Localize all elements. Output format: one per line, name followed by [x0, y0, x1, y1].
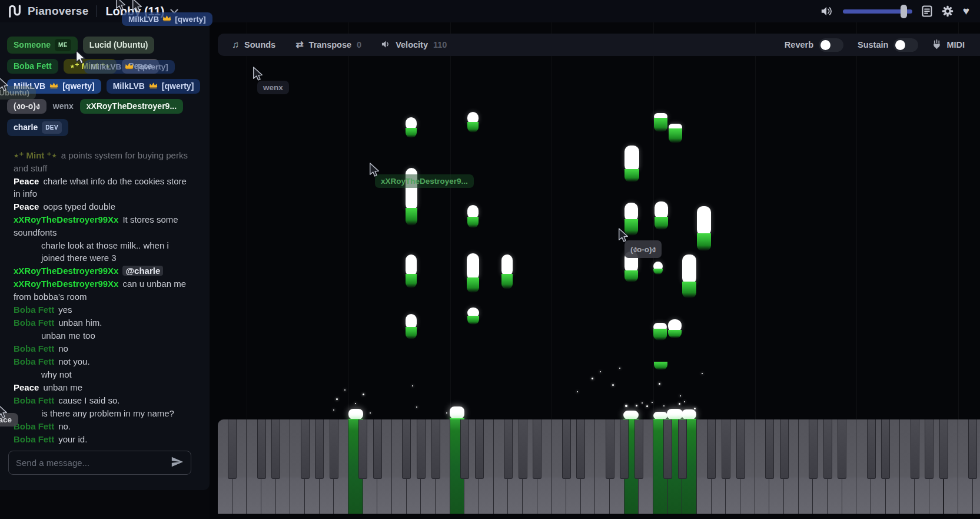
black-key[interactable]	[634, 419, 643, 479]
black-key[interactable]	[330, 419, 338, 479]
black-key[interactable]	[765, 419, 774, 479]
chat-mention[interactable]: @charle	[122, 266, 163, 276]
send-icon[interactable]	[171, 455, 184, 471]
heart-icon[interactable]: ♥	[963, 5, 969, 18]
note-head	[682, 254, 696, 284]
black-key[interactable]	[373, 419, 382, 479]
chat-username[interactable]: Boba Fett	[14, 434, 54, 444]
black-key[interactable]	[663, 419, 672, 479]
sparkle-particle	[333, 409, 334, 411]
black-key[interactable]	[939, 419, 948, 479]
note-tail	[467, 277, 479, 293]
black-key[interactable]	[780, 419, 789, 479]
black-key[interactable]	[417, 419, 426, 479]
sparkle-particle	[679, 403, 680, 405]
volume-slider-thumb[interactable]	[901, 5, 907, 18]
black-key[interactable]	[678, 419, 687, 479]
note-tail	[697, 233, 711, 251]
black-key[interactable]	[431, 419, 440, 479]
black-key[interactable]	[358, 419, 367, 479]
player-cursor	[253, 67, 263, 84]
black-key[interactable]	[562, 419, 571, 479]
chat-username[interactable]: Peace	[14, 382, 39, 392]
app-logo: Pianoverse	[8, 4, 88, 18]
user-item[interactable]: Lucid (Ubuntu)	[83, 37, 155, 54]
falling-note	[654, 362, 667, 370]
black-key[interactable]	[519, 419, 527, 479]
chat-username[interactable]: Peace	[14, 201, 39, 211]
chat-message: Peaceoops typed double	[14, 200, 194, 213]
user-item[interactable]: Boba Fett	[7, 59, 58, 74]
chat-username[interactable]: ⋆⁺ Mint ⁺⋆	[14, 150, 57, 160]
user-item[interactable]: (งo-o)ง	[7, 99, 46, 114]
chat-username[interactable]: Boba Fett	[14, 421, 54, 431]
user-name: MilkLVB	[113, 81, 145, 91]
black-key[interactable]	[968, 419, 977, 479]
black-key[interactable]	[606, 419, 614, 479]
black-key[interactable]	[576, 419, 585, 479]
chat-message: ⋆⁺ Mint ⁺⋆a points system for buying per…	[14, 149, 194, 174]
player-cursor	[0, 77, 9, 94]
velocity-button[interactable]: Velocity 110	[381, 40, 447, 50]
user-item[interactable]: MilkLVB[qwerty]	[107, 79, 201, 94]
black-key[interactable]	[620, 419, 629, 479]
octave-gridline	[552, 22, 552, 419]
falling-note	[654, 113, 667, 132]
black-key[interactable]	[823, 419, 832, 479]
black-key[interactable]	[809, 419, 818, 479]
black-key[interactable]	[271, 419, 280, 479]
volume-slider[interactable]	[843, 9, 912, 14]
sounds-button[interactable]: ♫ Sounds	[232, 40, 275, 49]
chat-text: no.	[58, 421, 71, 431]
black-key[interactable]	[838, 419, 846, 479]
user-name-suffix: [qwerty]	[62, 81, 94, 91]
speaker-icon[interactable]	[820, 5, 833, 17]
black-key[interactable]	[881, 419, 890, 479]
user-item[interactable]: xXRoyTheDestroyer9...	[80, 99, 183, 114]
gear-icon[interactable]	[942, 5, 954, 17]
user-item[interactable]: wenx	[52, 99, 75, 114]
note-impact	[348, 409, 363, 419]
black-key[interactable]	[925, 419, 934, 479]
sustain-toggle[interactable]	[893, 38, 918, 52]
chat-username[interactable]: Boba Fett	[14, 305, 54, 315]
chat-username[interactable]: xXRoyTheDestroyer99Xx	[14, 279, 118, 289]
chat-username[interactable]: Boba Fett	[14, 318, 54, 328]
black-key[interactable]	[533, 419, 542, 479]
black-key[interactable]	[722, 419, 730, 479]
chat-message: xXRoyTheDestroyer99XxIt stores some soun…	[14, 213, 194, 239]
chat-message: Boba Fettunban him.	[14, 316, 194, 329]
user-item[interactable]: charleDEV	[7, 119, 68, 136]
crown-icon	[149, 81, 158, 91]
note-tail	[654, 118, 667, 132]
note-tail	[668, 330, 682, 338]
chat-username[interactable]: Boba Fett	[14, 343, 54, 353]
black-key[interactable]	[228, 419, 237, 479]
black-key[interactable]	[911, 419, 919, 479]
black-key[interactable]	[707, 419, 716, 479]
chat-input[interactable]	[16, 458, 171, 468]
log-icon[interactable]	[922, 5, 932, 17]
falling-note	[697, 206, 711, 251]
black-key[interactable]	[315, 419, 324, 479]
chat-username[interactable]: xXRoyTheDestroyer99Xx	[14, 214, 118, 224]
black-key[interactable]	[504, 419, 513, 479]
black-key[interactable]	[402, 419, 411, 479]
black-key[interactable]	[257, 419, 266, 479]
black-key[interactable]	[301, 419, 310, 479]
black-key[interactable]	[460, 419, 469, 479]
reverb-toggle[interactable]	[819, 38, 843, 52]
black-key[interactable]	[475, 419, 484, 479]
chat-username[interactable]: Boba Fett	[14, 395, 54, 405]
falling-note	[653, 262, 663, 275]
chat-username[interactable]: Boba Fett	[14, 356, 54, 366]
black-key[interactable]	[867, 419, 876, 479]
chat-username[interactable]: Peace	[14, 176, 39, 186]
user-item[interactable]: SomeoneME	[7, 37, 78, 54]
black-key[interactable]	[736, 419, 745, 479]
chat-username[interactable]: xXRoyTheDestroyer99Xx	[14, 266, 118, 276]
sparkle-particle	[336, 398, 338, 400]
transpose-button[interactable]: ⇄ Transpose 0	[295, 40, 361, 49]
midi-button[interactable]: MIDI	[932, 39, 965, 51]
ghost-cursor-label: MilkLVB[qwerty]	[84, 60, 175, 74]
